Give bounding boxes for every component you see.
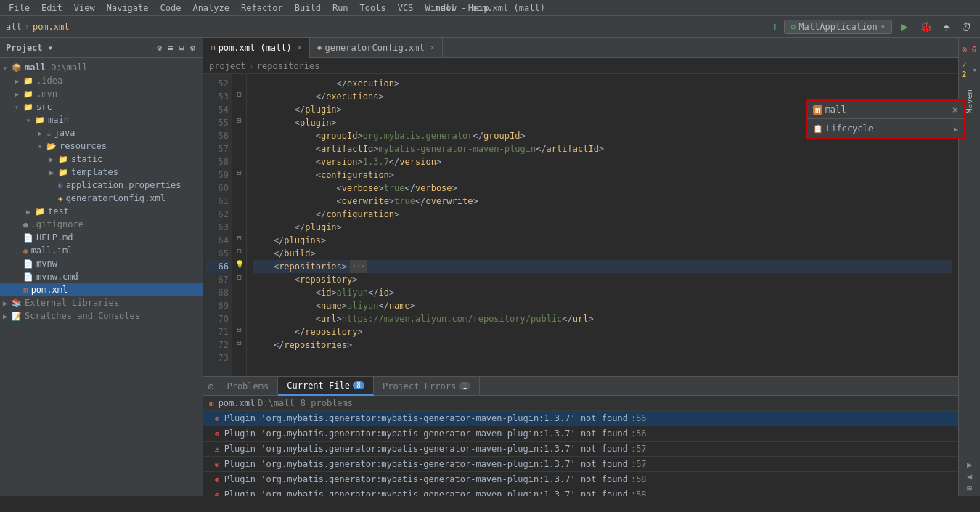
sidebar-header: Project ▾ ⚙ ≡ ⊟ ⚙ xyxy=(0,38,203,58)
tab-label: Problems xyxy=(226,381,269,391)
error-icon: ⊗ xyxy=(215,490,220,497)
problems-sidebar-icon[interactable]: ⊙ xyxy=(203,381,218,392)
problem-item-5[interactable]: ⊗ Plugin 'org.mybatis.generator:mybatis-… xyxy=(203,472,958,487)
menu-tools[interactable]: Tools xyxy=(354,1,392,15)
menu-code[interactable]: Code xyxy=(155,1,187,15)
tab-close-button[interactable]: × xyxy=(430,44,435,52)
code-line-67: <repository> xyxy=(253,273,952,286)
expand-arrow: ▾ xyxy=(38,142,45,150)
breadcrumb-file[interactable]: pom.xml xyxy=(33,22,70,32)
folder-icon: 📁 xyxy=(23,76,33,86)
file-icon: 📄 xyxy=(23,272,33,282)
tree-item-mvn[interactable]: ▶ 📁 .mvn xyxy=(0,87,203,100)
main-layout: Project ▾ ⚙ ≡ ⊟ ⚙ ▾ 📦 mall D:\mall ▶ 📁 .… xyxy=(0,38,980,496)
expand-arrow: ▶ xyxy=(15,77,22,85)
sidebar-icon-settings[interactable]: ⚙ xyxy=(155,41,163,54)
tab-project-errors[interactable]: Project Errors 1 xyxy=(374,377,480,396)
folder-icon: 📁 xyxy=(58,155,68,164)
menu-build[interactable]: Build xyxy=(289,1,327,15)
maven-popup-close[interactable]: × xyxy=(952,104,958,115)
tree-item-gitignore[interactable]: ▶ ● .gitignore xyxy=(0,218,203,231)
tab-label: Project Errors xyxy=(383,381,456,391)
profile-button[interactable]: ⏱ xyxy=(958,20,974,34)
tree-item-resources[interactable]: ▾ 📂 resources xyxy=(0,139,203,153)
maven-item-label: Lifecycle xyxy=(826,123,873,134)
maven-expand-chevron: ▶ xyxy=(954,125,958,133)
menu-refactor[interactable]: Refactor xyxy=(235,1,289,15)
menu-window[interactable]: Window xyxy=(419,1,462,15)
tree-item-scratches[interactable]: ▶ 📝 Scratches and Consoles xyxy=(0,309,203,322)
tree-item-static[interactable]: ▶ 📁 static xyxy=(0,153,203,166)
tab-pom-xml[interactable]: m pom.xml (mall) × xyxy=(203,38,310,58)
tree-item-external-libs[interactable]: ▶ 📚 External Libraries xyxy=(0,296,203,309)
editor-tabs: m pom.xml (mall) × ◈ generatorConfig.xml… xyxy=(203,38,958,58)
tree-label: test xyxy=(48,206,69,216)
problem-item-1[interactable]: ⊗ Plugin 'org.mybatis.generator:mybatis-… xyxy=(203,411,958,426)
tab-close-button[interactable]: × xyxy=(298,44,302,52)
tree-item-main[interactable]: ▾ 📁 main xyxy=(0,113,203,126)
tab-problems[interactable]: Problems xyxy=(218,377,278,396)
coverage-button[interactable]: ☂ xyxy=(941,20,952,34)
problem-item-6[interactable]: ⊗ Plugin 'org.mybatis.generator:mybatis-… xyxy=(203,487,958,496)
menu-navigate[interactable]: Navigate xyxy=(101,1,155,15)
sidebar-icon-collapse-all[interactable]: ⊟ xyxy=(178,41,186,54)
problem-item-4[interactable]: ⊗ Plugin 'org.mybatis.generator:mybatis-… xyxy=(203,457,958,472)
fold-indicator[interactable]: ··· xyxy=(350,260,367,273)
menu-help[interactable]: Help xyxy=(462,1,495,15)
sidebar-icon-gear[interactable]: ⚙ xyxy=(189,41,197,54)
right-panel-icon-3[interactable]: ⊞ xyxy=(967,483,972,493)
tab-current-file[interactable]: Current File 8 xyxy=(278,377,374,396)
tree-label: External Libraries xyxy=(25,298,119,308)
problem-item-3[interactable]: ⚠ Plugin 'org.mybatis.generator:mybatis-… xyxy=(203,442,958,457)
code-line-60: <verbose>true</verbose> xyxy=(253,182,952,195)
breadcrumb-project[interactable]: project xyxy=(209,61,246,71)
menu-edit[interactable]: Edit xyxy=(36,1,68,15)
maven-popup: m mall × 📋 Lifecycle ▶ xyxy=(806,99,965,139)
breadcrumb-separator: › xyxy=(249,61,254,71)
problem-location: :57 xyxy=(631,459,647,469)
sidebar-icon-expand-all[interactable]: ≡ xyxy=(166,41,174,54)
tab-generator-config[interactable]: ◈ generatorConfig.xml × xyxy=(310,38,443,58)
menu-run[interactable]: Run xyxy=(327,1,354,15)
debug-button[interactable]: 🐞 xyxy=(917,20,935,34)
libs-icon: 📚 xyxy=(12,298,22,308)
menu-analyze[interactable]: Analyze xyxy=(187,1,235,15)
tree-item-mvnw-cmd[interactable]: ▶ 📄 mvnw.cmd xyxy=(0,270,203,283)
breadcrumb-all[interactable]: all xyxy=(6,22,22,32)
code-line-68: <id>aliyun</id> xyxy=(253,286,952,299)
maven-expand-icon[interactable]: ▾ xyxy=(972,65,977,75)
tree-item-idea[interactable]: ▶ 📁 .idea xyxy=(0,74,203,87)
tree-item-mvnw[interactable]: ▶ 📄 mvnw xyxy=(0,257,203,270)
menu-view[interactable]: View xyxy=(68,1,101,15)
menu-file[interactable]: File xyxy=(3,1,36,15)
tree-item-src[interactable]: ▾ 📁 src xyxy=(0,100,203,113)
problem-location: :57 xyxy=(631,444,647,454)
tree-item-app-properties[interactable]: ▶ ⚙ application.properties xyxy=(0,179,203,192)
problem-item-2[interactable]: ⊗ Plugin 'org.mybatis.generator:mybatis-… xyxy=(203,426,958,442)
code-line-65: </build> xyxy=(253,247,952,260)
problem-text: Plugin 'org.mybatis.generator:mybatis-ge… xyxy=(224,489,628,496)
tree-item-mall-iml[interactable]: ▶ ◉ mall.iml xyxy=(0,244,203,257)
error-icon: ⊗ xyxy=(215,414,220,423)
tree-item-pom-xml[interactable]: ▶ m pom.xml xyxy=(0,283,203,296)
right-panel-icon-1[interactable]: ▶ xyxy=(967,460,972,470)
run-config-selector[interactable]: ⚙ MallApplication ▾ xyxy=(784,20,892,34)
breadcrumb-repositories[interactable]: repositories xyxy=(257,61,320,71)
tree-item-test[interactable]: ▶ 📁 test xyxy=(0,205,203,218)
tree-item-generator-config[interactable]: ▶ ◈ generatorConfig.xml xyxy=(0,192,203,205)
folder-icon: 📁 xyxy=(35,207,45,216)
maven-lifecycle-item[interactable]: 📋 Lifecycle ▶ xyxy=(810,122,961,135)
sidebar-title: Project ▾ xyxy=(6,43,53,53)
md-file-icon: 📄 xyxy=(23,233,33,243)
run-button[interactable]: ▶ xyxy=(898,18,911,35)
navigate-back-icon[interactable]: ⬆ xyxy=(771,20,778,33)
menu-vcs[interactable]: VCS xyxy=(392,1,420,15)
tree-item-templates[interactable]: ▶ 📁 templates xyxy=(0,166,203,179)
maven-popup-title-area: m mall xyxy=(813,105,846,115)
tree-item-java[interactable]: ▶ ☕ java xyxy=(0,126,203,139)
tree-item-mall[interactable]: ▾ 📦 mall D:\mall xyxy=(0,61,203,74)
error-icon: ⊗ xyxy=(215,429,220,439)
right-panel-icon-2[interactable]: ◀ xyxy=(967,471,972,481)
tree-item-help-md[interactable]: ▶ 📄 HELP.md xyxy=(0,231,203,244)
expand-arrow: ▶ xyxy=(49,155,57,163)
